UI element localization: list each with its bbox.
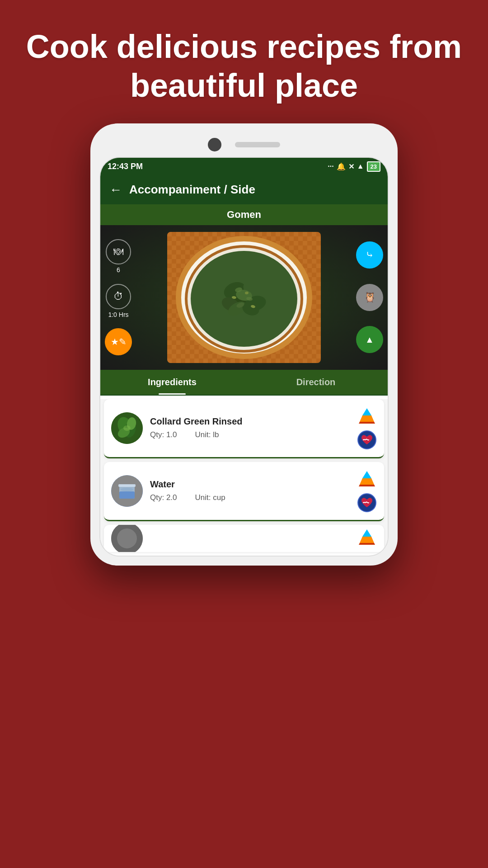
pyramid-icon-1	[357, 406, 377, 426]
phone-mockup: 12:43 PM ··· 🔔 ✕ ▲ 23 ← Accompaniment / …	[90, 123, 398, 566]
battery-indicator: 23	[367, 161, 380, 172]
tab-direction[interactable]: Direction	[244, 370, 388, 395]
timer-icon: ⏱	[113, 291, 123, 302]
wifi-icon: ▲	[357, 162, 364, 170]
sim-icon: ✕	[348, 162, 354, 171]
ingredient-qty-label-2: Qty: 2.0	[150, 493, 177, 502]
pyramid-icon-2	[357, 469, 377, 489]
pyramid-icon-3	[357, 528, 377, 547]
ingredient-item-2: Water Qty: 2.0 Unit: cup	[104, 462, 384, 521]
muscle-heart-icon-2	[357, 493, 377, 513]
serving-icon-circle: 🍽	[106, 239, 131, 264]
recipe-time: 1:0 Hrs	[108, 311, 128, 318]
phone-screen: 12:43 PM ··· 🔔 ✕ ▲ 23 ← Accompaniment / …	[99, 157, 389, 557]
collard-green-image	[111, 412, 143, 444]
ingredient-info-2: Water Qty: 2.0 Unit: cup	[150, 479, 350, 502]
svg-marker-42	[359, 485, 375, 486]
serving-info: 🍽 6	[106, 239, 131, 274]
ingredient-nutrition-icons-3-partial	[357, 528, 377, 549]
dots-icon: ···	[328, 162, 333, 170]
svg-marker-40	[362, 471, 371, 478]
ingredient-name-2: Water	[150, 479, 350, 490]
svg-marker-30	[362, 408, 371, 415]
owl-icon: 🦉	[364, 292, 376, 303]
ingredients-list: Collard Green Rinsed Qty: 1.0 Unit: lb	[100, 399, 388, 552]
svg-rect-36	[119, 491, 135, 499]
status-bar: 12:43 PM ··· 🔔 ✕ ▲ 23	[100, 158, 388, 175]
tab-bar: Ingredients Direction	[100, 370, 388, 396]
bell-icon: 🔔	[337, 162, 346, 171]
ingredient-avatar-1	[111, 412, 143, 444]
ingredient-unit-label-2: Unit: cup	[195, 493, 225, 502]
svg-marker-48	[359, 543, 375, 545]
svg-marker-41	[360, 478, 374, 485]
share-button[interactable]: ⤷	[356, 241, 383, 269]
share-icon: ⤷	[366, 249, 374, 261]
app-header: ← Accompaniment / Side	[100, 175, 388, 204]
recipe-name-banner: Gomen	[100, 204, 388, 225]
serving-count: 6	[117, 266, 120, 274]
nutrition-button[interactable]: ▲	[356, 326, 383, 353]
favorite-button[interactable]: ★✎	[105, 328, 132, 355]
serving-plate-icon: 🍽	[113, 246, 123, 258]
svg-marker-32	[359, 422, 375, 424]
tab-ingredients[interactable]: Ingredients	[100, 370, 244, 395]
hero-title: Cook delicious recipes from beautiful pl…	[18, 27, 470, 105]
svg-point-38	[121, 488, 133, 491]
status-right-icons: ··· 🔔 ✕ ▲ 23	[328, 161, 380, 172]
svg-rect-37	[118, 484, 136, 487]
muscle-heart-icon-1	[357, 430, 377, 450]
ingredient-avatar-3	[111, 525, 143, 552]
right-side-icons: ⤷ 🦉 ▲	[356, 225, 383, 370]
svg-marker-46	[362, 529, 371, 537]
ingredient-item-3-partial	[104, 525, 384, 552]
water-image	[111, 475, 143, 507]
recipe-image-section: 🍽 6 ⏱ 1:0 Hrs ★✎	[100, 225, 388, 370]
speaker	[235, 142, 280, 147]
owl-button[interactable]: 🦉	[356, 284, 383, 311]
ingredient-details-2: Qty: 2.0 Unit: cup	[150, 493, 350, 502]
svg-marker-31	[360, 415, 374, 422]
star-edit-icon: ★✎	[111, 336, 127, 347]
hero-section: Cook delicious recipes from beautiful pl…	[0, 0, 488, 119]
app-header-title: Accompaniment / Side	[129, 183, 255, 197]
phone-mockup-wrapper: 12:43 PM ··· 🔔 ✕ ▲ 23 ← Accompaniment / …	[0, 123, 488, 566]
front-camera	[208, 138, 221, 151]
svg-point-45	[117, 528, 137, 548]
food-image	[167, 232, 321, 363]
ingredient-details-1: Qty: 1.0 Unit: lb	[150, 430, 350, 439]
cone-icon: ▲	[365, 335, 374, 345]
phone-top-bar	[99, 132, 389, 157]
status-time: 12:43 PM	[108, 162, 143, 171]
ingredient-qty-label-1: Qty: 1.0	[150, 430, 177, 439]
ingredient-item-1: Collard Green Rinsed Qty: 1.0 Unit: lb	[104, 399, 384, 458]
ingredient-nutrition-icons-2	[357, 469, 377, 513]
time-info: ⏱ 1:0 Hrs	[106, 284, 131, 318]
back-button[interactable]: ←	[109, 183, 122, 197]
ingredient-unit-label-1: Unit: lb	[195, 430, 219, 439]
ingredient-nutrition-icons-1	[357, 406, 377, 450]
timer-icon-circle: ⏱	[106, 284, 131, 309]
svg-point-28	[123, 425, 131, 431]
svg-marker-47	[360, 537, 374, 543]
left-side-icons: 🍽 6 ⏱ 1:0 Hrs ★✎	[105, 225, 132, 370]
ingredient-name-1: Collard Green Rinsed	[150, 416, 350, 427]
ingredient-avatar-2	[111, 475, 143, 507]
ingredient-info-1: Collard Green Rinsed Qty: 1.0 Unit: lb	[150, 416, 350, 439]
